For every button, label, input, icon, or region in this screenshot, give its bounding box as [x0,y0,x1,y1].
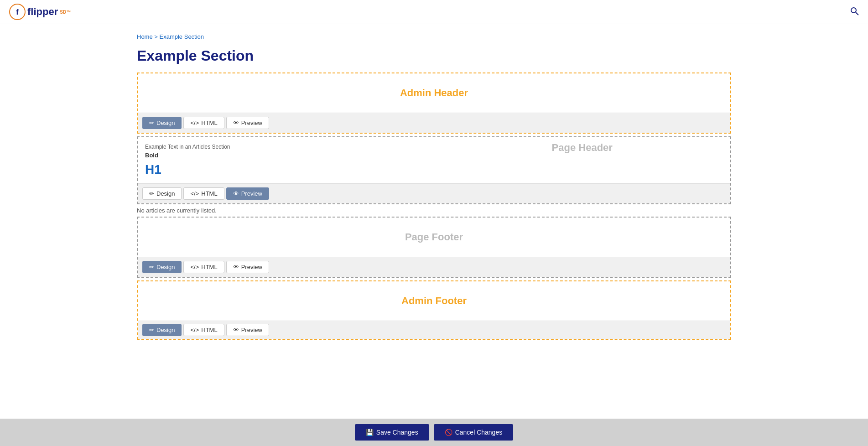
code-icon: </> [190,327,199,333]
cancel-changes-button[interactable]: 🚫 Cancel Changes [434,424,514,441]
breadcrumb-current: Example Section [160,33,204,40]
admin-header-tab-bar: ✏ Design </> HTML 👁 Preview [138,113,730,133]
admin-footer-section: Admin Footer ✏ Design </> HTML 👁 Preview [137,280,731,340]
admin-footer-area: Admin Footer [138,281,730,321]
eye-icon: 👁 [233,327,239,333]
save-icon: 💾 [366,429,374,436]
admin-footer-html-tab[interactable]: </> HTML [183,324,224,336]
svg-point-2 [851,8,856,13]
page-header-preview-tab[interactable]: 👁 Preview [226,187,269,200]
main-content: Home > Example Section Example Section A… [0,24,868,388]
page-header-design-tab[interactable]: ✏ Design [142,187,182,200]
page-header-tab-bar: ✏ Design </> HTML 👁 Preview [138,183,730,203]
admin-header-design-tab[interactable]: ✏ Design [142,117,182,129]
breadcrumb-separator: > [153,33,160,40]
page-header-content: Example Text in an Articles Section Bold… [138,137,434,177]
logo-icon: f [9,4,26,20]
cancel-icon: 🚫 [445,429,452,436]
save-changes-button[interactable]: 💾 Save Changes [355,424,429,441]
bold-label: Bold [145,152,427,159]
pencil-icon: ✏ [149,119,154,126]
svg-text:f: f [16,8,19,16]
pencil-icon: ✏ [149,327,154,333]
code-icon: </> [190,264,199,270]
bottom-action-bar: 💾 Save Changes 🚫 Cancel Changes [0,419,868,446]
admin-footer-label: Admin Footer [401,295,467,306]
logo-badge: SD™ [60,10,71,15]
page-header-html-tab[interactable]: </> HTML [183,187,224,200]
admin-header-area: Admin Header [138,73,730,113]
page-footer-design-tab[interactable]: ✏ Design [142,261,182,273]
breadcrumb: Home > Example Section [137,33,731,40]
svg-line-3 [856,12,858,15]
page-footer-preview-tab[interactable]: 👁 Preview [226,261,269,273]
admin-header-preview-tab[interactable]: 👁 Preview [226,117,269,129]
logo-text: flipper [27,6,58,18]
breadcrumb-home[interactable]: Home [137,33,153,40]
eye-icon: 👁 [233,119,239,126]
admin-footer-tab-bar: ✏ Design </> HTML 👁 Preview [138,321,730,339]
code-icon: </> [190,119,199,126]
pencil-icon: ✏ [149,264,154,270]
top-navigation: f flipper SD™ [0,0,868,24]
page-footer-html-tab[interactable]: </> HTML [183,261,224,273]
admin-header-html-tab[interactable]: </> HTML [183,117,224,129]
page-footer-section: Page Footer ✏ Design </> HTML 👁 Preview [137,217,731,278]
search-icon [850,6,859,16]
admin-header-section: Admin Header ✏ Design </> HTML 👁 Preview [137,73,731,134]
no-articles-text: No articles are currently listed. [137,204,731,217]
eye-icon: 👁 [233,190,239,197]
pencil-icon: ✏ [149,190,154,197]
eye-icon: 👁 [233,264,239,270]
page-footer-label: Page Footer [405,231,463,243]
example-text: Example Text in an Articles Section [145,144,427,150]
admin-footer-preview-tab[interactable]: 👁 Preview [226,324,269,336]
page-header-label: Page Header [552,142,613,153]
h1-demo: H1 [145,162,427,177]
search-button[interactable] [850,6,859,18]
page-footer-area: Page Footer [138,218,730,257]
admin-header-label: Admin Header [400,87,468,99]
page-title: Example Section [137,47,731,64]
admin-footer-design-tab[interactable]: ✏ Design [142,324,182,336]
page-header-section: Example Text in an Articles Section Bold… [137,136,731,204]
code-icon: </> [190,190,199,197]
page-footer-tab-bar: ✏ Design </> HTML 👁 Preview [138,257,730,277]
logo: f flipper SD™ [9,4,71,20]
